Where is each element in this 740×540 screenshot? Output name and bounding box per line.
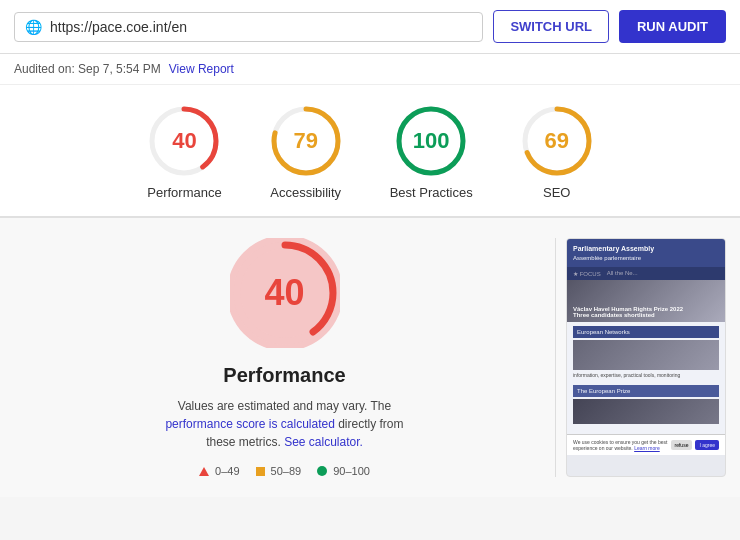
detail-score-value: 40 [264, 272, 304, 314]
legend-item-90–100: 90–100 [317, 465, 370, 477]
screenshot-section-row: European Networks information, expertise… [573, 326, 719, 379]
cookie-agree-button[interactable]: I agree [695, 440, 719, 450]
screenshot-prize-img [573, 399, 719, 424]
score-circle-seo: 69 [521, 105, 593, 177]
screenshot-hero-text: Václav Havel Human Rights Prize 2022Thre… [573, 306, 683, 318]
score-label-best-practices: Best Practices [390, 185, 473, 200]
screenshot-site-header: Parliamentary Assembly Assemblée parleme… [567, 239, 725, 267]
header-bar: 🌐 SWITCH URL RUN AUDIT [0, 0, 740, 54]
score-label-performance: Performance [147, 185, 221, 200]
screenshot-prize-header: The European Prize [573, 385, 719, 397]
detail-score-circle: 40 [230, 238, 340, 348]
screenshot-thumbnail: Parliamentary Assembly Assemblée parleme… [566, 238, 726, 477]
score-value-accessibility: 79 [293, 128, 317, 154]
score-value-best-practices: 100 [413, 128, 450, 154]
score-item-best-practices: 100 Best Practices [390, 105, 473, 200]
screenshot-prize-row: The European Prize [573, 385, 719, 424]
score-label-accessibility: Accessibility [270, 185, 341, 200]
nav-focus: ★ FOCUS [573, 270, 601, 277]
screenshot-nav: ★ FOCUS All the Ne... [567, 267, 725, 280]
cookie-text: We use cookies to ensure you get the bes… [573, 439, 671, 451]
detail-section: 40 Performance Values are estimated and … [0, 218, 740, 497]
run-audit-button[interactable]: RUN AUDIT [619, 10, 726, 43]
score-circle-performance: 40 [148, 105, 220, 177]
perf-score-link[interactable]: performance score is calculated [165, 417, 334, 431]
legend-square-icon [256, 467, 265, 476]
score-legend: 0–4950–8990–100 [199, 465, 370, 477]
view-report-link[interactable]: View Report [169, 62, 234, 76]
screenshot-section-text: information, expertise, practical tools,… [573, 372, 719, 379]
audit-meta: Audited on: Sep 7, 5:54 PM View Report [0, 54, 740, 85]
vertical-divider [555, 238, 556, 477]
cookie-refuse-button[interactable]: refuse [671, 440, 693, 450]
audited-on-text: Audited on: Sep 7, 5:54 PM [14, 62, 161, 76]
detail-left: 40 Performance Values are estimated and … [14, 238, 545, 477]
url-input-wrap[interactable]: 🌐 [14, 12, 483, 42]
legend-item-50–89: 50–89 [256, 465, 302, 477]
score-label-seo: SEO [543, 185, 570, 200]
legend-label: 50–89 [271, 465, 302, 477]
screenshot-body: European Networks information, expertise… [567, 322, 725, 434]
score-value-seo: 69 [545, 128, 569, 154]
detail-description: Values are estimated and may vary. The p… [165, 397, 405, 451]
legend-triangle-icon [199, 467, 209, 476]
url-input[interactable] [50, 19, 472, 35]
legend-circle-icon [317, 466, 327, 476]
screenshot-cookie-bar: We use cookies to ensure you get the bes… [567, 434, 725, 455]
score-value-performance: 40 [172, 128, 196, 154]
legend-item-0–49: 0–49 [199, 465, 239, 477]
legend-label: 0–49 [215, 465, 239, 477]
score-item-accessibility: 79 Accessibility [270, 105, 342, 200]
desc-text-1: Values are estimated and may vary. The [178, 399, 391, 413]
switch-url-button[interactable]: SWITCH URL [493, 10, 609, 43]
score-circle-best-practices: 100 [395, 105, 467, 177]
screenshot-section-img [573, 340, 719, 370]
cookie-buttons: refuse I agree [671, 440, 719, 450]
globe-icon: 🌐 [25, 19, 42, 35]
score-item-seo: 69 SEO [521, 105, 593, 200]
calculator-link[interactable]: See calculator. [284, 435, 363, 449]
screenshot-section-header: European Networks [573, 326, 719, 338]
detail-title: Performance [223, 364, 345, 387]
score-circle-accessibility: 79 [270, 105, 342, 177]
legend-label: 90–100 [333, 465, 370, 477]
nav-all-news: All the Ne... [607, 270, 638, 277]
scores-section: 40 Performance 79 Accessibility 100 Best… [0, 85, 740, 218]
score-item-performance: 40 Performance [147, 105, 221, 200]
screenshot-hero: Václav Havel Human Rights Prize 2022Thre… [567, 280, 725, 322]
